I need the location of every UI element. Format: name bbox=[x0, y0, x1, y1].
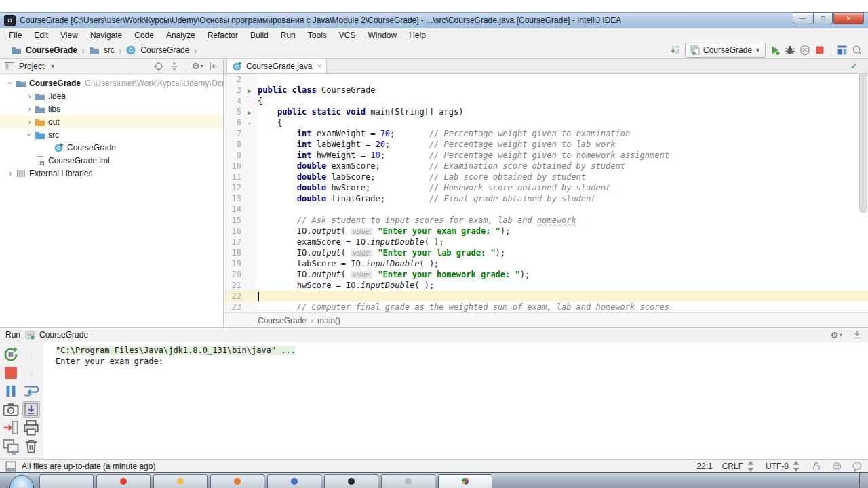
code-line-22[interactable]: 22 bbox=[224, 291, 868, 302]
debug-button[interactable] bbox=[785, 45, 795, 56]
tree-item--idea[interactable]: ›.idea bbox=[0, 89, 223, 102]
search-everywhere-icon[interactable] bbox=[852, 45, 863, 56]
code-line-6[interactable]: 6▾ { bbox=[224, 117, 868, 128]
run-configuration-select[interactable]: CourseGrade ▼ bbox=[685, 43, 766, 58]
tree-item-src[interactable]: ›src bbox=[0, 128, 223, 141]
tool-window-toggle-icon[interactable] bbox=[5, 461, 16, 472]
down-stack-icon[interactable]: ↓ bbox=[22, 365, 40, 381]
menu-vcs[interactable]: VCS bbox=[333, 28, 362, 42]
code-line-2[interactable]: 2 bbox=[224, 74, 868, 85]
maximize-button[interactable]: □ bbox=[813, 12, 833, 24]
breadcrumb-item[interactable]: src bbox=[104, 45, 115, 55]
collapse-all-icon[interactable] bbox=[169, 61, 180, 72]
run-gutter-icon[interactable]: ▶ bbox=[248, 87, 251, 94]
code-line-23[interactable]: 23 // Computer final grade as the weight… bbox=[224, 302, 868, 312]
fold-icon[interactable]: ▾ bbox=[248, 120, 251, 127]
breadcrumb-item[interactable]: CourseGrade bbox=[26, 45, 77, 55]
code-line-15[interactable]: 15 // Ask student to input scores for ex… bbox=[224, 215, 868, 226]
taskbar-app-button[interactable] bbox=[153, 474, 208, 488]
chevron-open-icon[interactable]: › bbox=[5, 78, 16, 88]
hide-panel-icon[interactable] bbox=[208, 61, 219, 72]
start-button[interactable] bbox=[9, 475, 34, 488]
code-line-10[interactable]: 10 double examScore; // Examination scor… bbox=[224, 161, 868, 171]
code-line-9[interactable]: 9 int hwWeight = 10; // Percentage weigh… bbox=[224, 150, 868, 161]
gear-icon[interactable]: ⚙▼ bbox=[193, 61, 203, 72]
code-line-12[interactable]: 12 double hwScore; // Homework score obt… bbox=[224, 182, 868, 193]
inspection-ok-icon[interactable]: ✓ bbox=[850, 62, 857, 71]
editor-scrollbar[interactable] bbox=[859, 59, 868, 298]
code-area[interactable]: 23▶public class CourseGrade4{5▶ public s… bbox=[224, 74, 868, 312]
stop-icon[interactable] bbox=[2, 365, 20, 381]
close-tab-icon[interactable]: × bbox=[317, 62, 321, 71]
code-line-3[interactable]: 3▶public class CourseGrade bbox=[224, 85, 868, 96]
code-line-18[interactable]: 18 IO.output( value: "Enter your lab gra… bbox=[224, 247, 868, 258]
clear-all-icon[interactable] bbox=[22, 438, 40, 454]
code-line-20[interactable]: 20 IO.output( value: "Enter your homewor… bbox=[224, 269, 868, 280]
taskbar-app-button[interactable] bbox=[39, 474, 94, 488]
code-line-16[interactable]: 16 IO.output( value: "Enter your exam gr… bbox=[224, 226, 868, 237]
code-line-19[interactable]: 19 labScore = IO.inputDouble( ); bbox=[224, 258, 868, 269]
code-line-13[interactable]: 13 double finalGrade; // Final grade obt… bbox=[224, 193, 868, 204]
menu-help[interactable]: Help bbox=[403, 28, 432, 42]
menu-build[interactable]: Build bbox=[244, 28, 275, 42]
menu-refactor[interactable]: Refactor bbox=[201, 28, 244, 42]
minimize-button[interactable]: — bbox=[793, 12, 812, 24]
taskbar-app-button[interactable] bbox=[381, 474, 435, 488]
print-icon[interactable] bbox=[22, 420, 40, 436]
menu-view[interactable]: View bbox=[54, 28, 84, 42]
menu-edit[interactable]: Edit bbox=[28, 28, 54, 42]
breadcrumb-item[interactable]: CourseGrade bbox=[140, 45, 189, 55]
overflow-chevrons-icon[interactable]: » bbox=[11, 448, 16, 458]
chevron-closed-icon[interactable]: › bbox=[5, 168, 16, 178]
chevron-down-icon[interactable]: ▼ bbox=[50, 63, 56, 70]
taskbar-app-button[interactable] bbox=[96, 474, 151, 488]
menu-tools[interactable]: Tools bbox=[302, 28, 333, 42]
stop-button[interactable] bbox=[814, 45, 825, 56]
gear-icon[interactable]: ⚙▼ bbox=[831, 329, 842, 340]
taskbar-app-button[interactable] bbox=[267, 474, 321, 488]
close-button[interactable]: × bbox=[833, 12, 864, 24]
tab-coursegrade-java[interactable]: C CourseGrade.java × bbox=[226, 58, 327, 73]
exit-icon[interactable] bbox=[2, 420, 20, 436]
menu-analyze[interactable]: Analyze bbox=[160, 28, 201, 42]
taskbar-app-button[interactable] bbox=[324, 474, 378, 488]
code-line-4[interactable]: 4{ bbox=[224, 96, 868, 106]
tree-item-coursegrade[interactable]: ›CourseGradeC:\Users\user\Work\Курсы\Ude… bbox=[0, 77, 223, 89]
scroll-to-end-icon[interactable] bbox=[22, 401, 40, 418]
tree-item-out[interactable]: ›out bbox=[0, 115, 223, 128]
thread-dump-icon[interactable] bbox=[2, 401, 20, 418]
caret-position[interactable]: 22:1 bbox=[696, 462, 712, 471]
up-stack-icon[interactable]: ↑ bbox=[22, 346, 40, 363]
locate-icon[interactable] bbox=[153, 61, 164, 72]
pause-output-icon[interactable] bbox=[2, 383, 20, 399]
show-desktop-button[interactable] bbox=[859, 473, 868, 488]
project-panel-title[interactable]: Project bbox=[19, 62, 44, 71]
taskbar-app-button[interactable] bbox=[210, 474, 264, 488]
editor-breadcrumb-item[interactable]: main() bbox=[317, 316, 340, 325]
menu-window[interactable]: Window bbox=[361, 28, 403, 42]
run-gutter-icon[interactable]: ▶ bbox=[248, 109, 251, 116]
code-line-7[interactable]: 7 int examWeight = 70; // Percentage wei… bbox=[224, 128, 868, 139]
menu-navigate[interactable]: Navigate bbox=[84, 28, 128, 42]
hector-inspector-icon[interactable] bbox=[831, 461, 842, 472]
code-line-5[interactable]: 5▶ public static void main(String[] args… bbox=[224, 106, 868, 117]
editor-breadcrumb-item[interactable]: CourseGrade bbox=[258, 316, 307, 325]
menu-file[interactable]: File bbox=[3, 28, 28, 42]
line-separator-select[interactable]: CRLF bbox=[722, 461, 756, 472]
chevron-closed-icon[interactable]: › bbox=[24, 91, 35, 101]
taskbar-app-button[interactable] bbox=[438, 474, 492, 488]
menu-run[interactable]: Run bbox=[275, 28, 302, 42]
code-line-8[interactable]: 8 int labWeight = 20; // Percentage weig… bbox=[224, 139, 868, 150]
tree-item-coursegrade-iml[interactable]: CourseGrade.iml bbox=[0, 154, 223, 167]
menu-code[interactable]: Code bbox=[128, 28, 160, 42]
chevron-closed-icon[interactable]: › bbox=[24, 104, 35, 114]
hide-panel-icon[interactable] bbox=[852, 329, 863, 340]
code-line-21[interactable]: 21 hwScore = IO.inputDouble( ); bbox=[224, 280, 868, 291]
tree-item-libs[interactable]: ›libs bbox=[0, 102, 223, 115]
tree-item-external-libraries[interactable]: ›External Libraries bbox=[0, 167, 223, 180]
console-output[interactable]: "C:\Program Files\Java\jdk1.8.0_131\bin\… bbox=[43, 342, 868, 460]
scrollbar-thumb[interactable] bbox=[859, 73, 867, 213]
code-line-14[interactable]: 14 bbox=[224, 204, 868, 215]
rerun-icon[interactable] bbox=[2, 346, 20, 363]
event-log-bubble-icon[interactable] bbox=[852, 461, 863, 472]
